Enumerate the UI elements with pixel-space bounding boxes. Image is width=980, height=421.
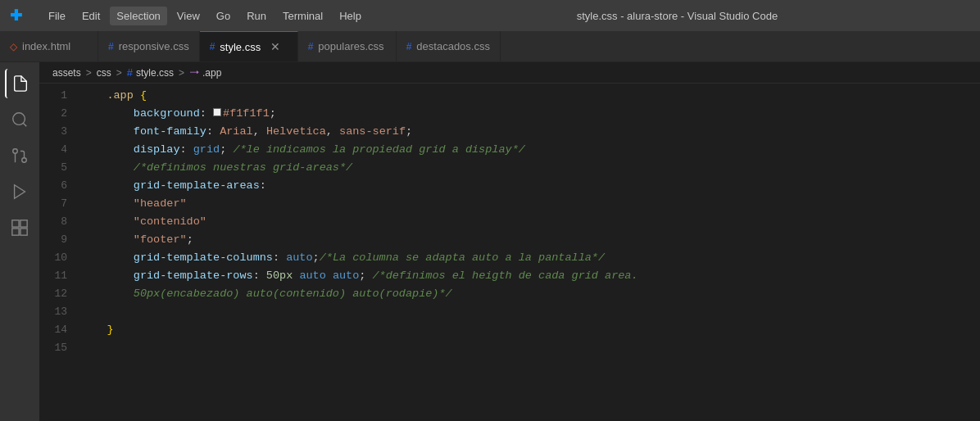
svg-point-0: [13, 113, 25, 125]
code-editor[interactable]: 1 .app { 2 background: #f1f1f1; 3 font-f…: [39, 84, 980, 421]
svg-rect-9: [20, 229, 27, 235]
debug-icon[interactable]: [5, 177, 34, 206]
breadcrumb-sep-1: >: [86, 67, 92, 79]
svg-point-2: [22, 158, 27, 163]
svg-marker-5: [15, 185, 25, 199]
code-line-6: 6 grid-template-areas:: [39, 177, 980, 195]
line-number-10: 10: [39, 249, 80, 267]
line-content-15: [80, 339, 980, 357]
files-icon[interactable]: [5, 69, 34, 98]
line-number-2: 2: [39, 105, 80, 123]
line-content-9: "footer";: [80, 231, 980, 249]
breadcrumb: assets > css > # style.css > ⭢ .app: [39, 62, 980, 84]
code-line-8: 8 "contenido": [39, 213, 980, 231]
line-number-4: 4: [39, 141, 80, 159]
line-number-14: 14: [39, 321, 80, 339]
css-icon: #: [210, 41, 216, 52]
menu-terminal[interactable]: Terminal: [276, 7, 329, 25]
svg-line-1: [23, 123, 26, 126]
breadcrumb-class: .app: [202, 67, 221, 79]
menu-go[interactable]: Go: [210, 7, 237, 25]
tab-label-responsive-css: responsive.css: [119, 40, 189, 52]
git-icon[interactable]: [5, 141, 34, 170]
line-content-6: grid-template-areas:: [80, 177, 980, 195]
tab-bar: ◇ index.html # responsive.css # style.cs…: [0, 31, 980, 62]
line-content-10: grid-template-columns: auto;/*La columna…: [80, 249, 980, 267]
line-content-2: background: #f1f1f1;: [80, 105, 980, 123]
breadcrumb-class-icon: ⭢: [189, 67, 199, 79]
line-number-9: 9: [39, 231, 80, 249]
line-content-7: "header": [80, 195, 980, 213]
line-content-13: [80, 303, 980, 321]
code-line-3: 3 font-family: Arial, Helvetica, sans-se…: [39, 123, 980, 141]
line-content-3: font-family: Arial, Helvetica, sans-seri…: [80, 123, 980, 141]
editor: assets > css > # style.css > ⭢ .app 1 .a…: [39, 62, 980, 421]
tab-populares-css[interactable]: # populares.css: [298, 31, 397, 61]
menu-run[interactable]: Run: [240, 7, 273, 25]
breadcrumb-filename: style.css: [136, 67, 174, 79]
breadcrumb-sep-2: >: [116, 67, 122, 79]
line-content-14: }: [80, 321, 980, 339]
line-number-7: 7: [39, 195, 80, 213]
code-line-2: 2 background: #f1f1f1;: [39, 105, 980, 123]
line-content-8: "contenido": [80, 213, 980, 231]
tab-index-html[interactable]: ◇ index.html: [0, 31, 98, 61]
menu-view[interactable]: View: [170, 7, 206, 25]
activity-bar: [0, 62, 39, 421]
breadcrumb-file-icon: #: [127, 66, 133, 79]
extensions-icon[interactable]: [5, 213, 34, 242]
search-icon[interactable]: [5, 105, 34, 134]
title-bar: ✚ File Edit Selection View Go Run Termin…: [0, 0, 980, 31]
tab-close-button[interactable]: ✕: [269, 40, 282, 53]
code-line-7: 7 "header": [39, 195, 980, 213]
menu-file[interactable]: File: [42, 7, 72, 25]
tab-style-css[interactable]: # style.css ✕: [200, 31, 298, 61]
line-number-15: 15: [39, 339, 80, 357]
svg-rect-8: [12, 229, 19, 235]
code-line-10: 10 grid-template-columns: auto;/*La colu…: [39, 249, 980, 267]
line-number-6: 6: [39, 177, 80, 195]
css-icon: #: [406, 41, 412, 52]
line-number-5: 5: [39, 159, 80, 177]
window-title: style.css - alura-store - Visual Studio …: [384, 10, 970, 22]
svg-point-3: [13, 149, 18, 154]
line-content-5: /*definimos nuestras grid-areas*/: [80, 159, 980, 177]
vscode-logo-icon: ✚: [10, 7, 22, 25]
tab-label-destacados-css: destacados.css: [416, 40, 490, 52]
code-line-14: 14 }: [39, 321, 980, 339]
main-area: assets > css > # style.css > ⭢ .app 1 .a…: [0, 62, 980, 421]
svg-rect-7: [20, 220, 27, 227]
svg-rect-6: [12, 220, 19, 227]
breadcrumb-css: css: [97, 67, 111, 79]
tab-label-style-css: style.css: [220, 41, 261, 53]
breadcrumb-assets: assets: [52, 67, 81, 79]
line-number-11: 11: [39, 267, 80, 285]
line-number-3: 3: [39, 123, 80, 141]
line-content-11: grid-template-rows: 50px auto auto; /*de…: [80, 267, 980, 285]
tab-label-index-html: index.html: [22, 40, 70, 52]
css-icon: #: [308, 41, 314, 52]
menu-selection[interactable]: Selection: [110, 7, 166, 25]
line-number-8: 8: [39, 213, 80, 231]
menu-edit[interactable]: Edit: [75, 7, 107, 25]
line-content-4: display: grid; /*le indicamos la propied…: [80, 141, 980, 159]
tab-label-populares-css: populares.css: [318, 40, 383, 52]
line-number-13: 13: [39, 303, 80, 321]
code-line-4: 4 display: grid; /*le indicamos la propi…: [39, 141, 980, 159]
breadcrumb-sep-3: >: [179, 67, 184, 79]
menu-bar: File Edit Selection View Go Run Terminal…: [42, 7, 368, 25]
tab-responsive-css[interactable]: # responsive.css: [98, 31, 200, 61]
css-icon: #: [108, 41, 114, 52]
code-line-12: 12 50px(encabezado) auto(contenido) auto…: [39, 285, 980, 303]
line-number-12: 12: [39, 285, 80, 303]
code-line-9: 9 "footer";: [39, 231, 980, 249]
html-icon: ◇: [10, 41, 17, 52]
tab-destacados-css[interactable]: # destacados.css: [397, 31, 501, 61]
code-line-13: 13: [39, 303, 980, 321]
code-line-11: 11 grid-template-rows: 50px auto auto; /…: [39, 267, 980, 285]
menu-help[interactable]: Help: [333, 7, 368, 25]
line-content-12: 50px(encabezado) auto(contenido) auto(ro…: [80, 285, 980, 303]
code-line-15: 15: [39, 339, 980, 357]
code-line-5: 5 /*definimos nuestras grid-areas*/: [39, 159, 980, 177]
line-number-1: 1: [39, 87, 80, 105]
